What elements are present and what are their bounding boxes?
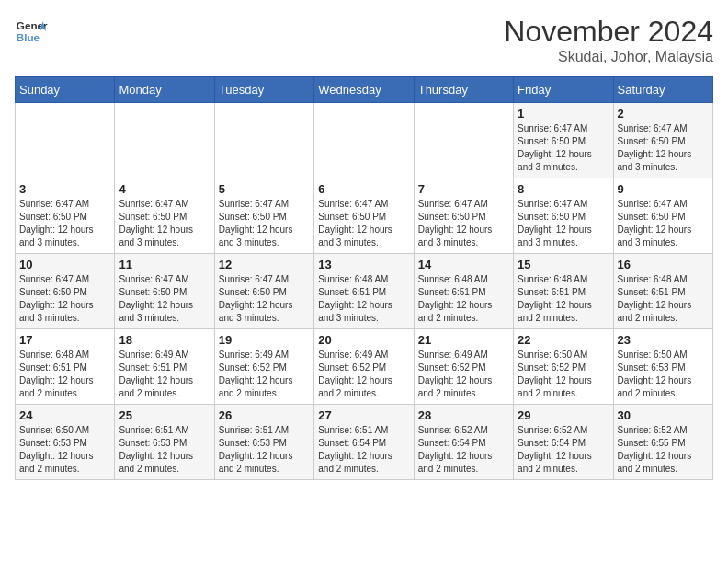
day-number: 5	[219, 182, 310, 196]
calendar-cell: 8Sunrise: 6:47 AM Sunset: 6:50 PM Daylig…	[514, 178, 613, 254]
day-number: 9	[618, 182, 709, 196]
day-number: 17	[19, 333, 110, 347]
calendar-cell: 11Sunrise: 6:47 AM Sunset: 6:50 PM Dayli…	[115, 254, 214, 329]
calendar-cell: 3Sunrise: 6:47 AM Sunset: 6:50 PM Daylig…	[16, 178, 115, 254]
calendar-week-row: 3Sunrise: 6:47 AM Sunset: 6:50 PM Daylig…	[16, 178, 713, 254]
day-info: Sunrise: 6:51 AM Sunset: 6:54 PM Dayligh…	[318, 424, 409, 476]
day-info: Sunrise: 6:47 AM Sunset: 6:50 PM Dayligh…	[518, 198, 609, 249]
day-number: 16	[618, 258, 709, 271]
day-info: Sunrise: 6:51 AM Sunset: 6:53 PM Dayligh…	[119, 424, 210, 476]
calendar-table: SundayMondayTuesdayWednesdayThursdayFrid…	[15, 76, 713, 480]
calendar-week-row: 1Sunrise: 6:47 AM Sunset: 6:50 PM Daylig…	[16, 103, 713, 178]
calendar-cell: 7Sunrise: 6:47 AM Sunset: 6:50 PM Daylig…	[414, 178, 513, 254]
calendar-cell: 18Sunrise: 6:49 AM Sunset: 6:51 PM Dayli…	[115, 329, 214, 405]
day-info: Sunrise: 6:50 AM Sunset: 6:53 PM Dayligh…	[19, 424, 110, 476]
calendar-cell: 30Sunrise: 6:52 AM Sunset: 6:55 PM Dayli…	[613, 405, 712, 480]
day-number: 24	[19, 408, 110, 422]
calendar-cell: 22Sunrise: 6:50 AM Sunset: 6:52 PM Dayli…	[514, 329, 613, 405]
calendar-week-row: 24Sunrise: 6:50 AM Sunset: 6:53 PM Dayli…	[16, 405, 713, 480]
calendar-cell: 19Sunrise: 6:49 AM Sunset: 6:52 PM Dayli…	[214, 329, 313, 405]
calendar-cell: 15Sunrise: 6:48 AM Sunset: 6:51 PM Dayli…	[514, 254, 613, 329]
calendar-cell: 9Sunrise: 6:47 AM Sunset: 6:50 PM Daylig…	[613, 178, 712, 254]
day-info: Sunrise: 6:48 AM Sunset: 6:51 PM Dayligh…	[418, 273, 509, 325]
day-info: Sunrise: 6:52 AM Sunset: 6:55 PM Dayligh…	[618, 424, 709, 476]
calendar-cell: 24Sunrise: 6:50 AM Sunset: 6:53 PM Dayli…	[16, 405, 115, 480]
day-info: Sunrise: 6:49 AM Sunset: 6:52 PM Dayligh…	[418, 349, 509, 400]
day-number: 13	[318, 258, 409, 271]
logo: General Blue	[15, 15, 48, 48]
day-number: 27	[318, 408, 409, 422]
day-number: 22	[518, 333, 609, 347]
day-number: 14	[418, 258, 509, 271]
calendar-cell: 1Sunrise: 6:47 AM Sunset: 6:50 PM Daylig…	[514, 103, 613, 178]
calendar-cell: 26Sunrise: 6:51 AM Sunset: 6:53 PM Dayli…	[214, 405, 313, 480]
calendar-cell: 5Sunrise: 6:47 AM Sunset: 6:50 PM Daylig…	[214, 178, 313, 254]
day-of-week-header: Tuesday	[214, 77, 313, 103]
calendar-cell: 25Sunrise: 6:51 AM Sunset: 6:53 PM Dayli…	[115, 405, 214, 480]
day-number: 11	[119, 258, 210, 271]
svg-text:Blue: Blue	[17, 31, 40, 43]
day-info: Sunrise: 6:49 AM Sunset: 6:52 PM Dayligh…	[219, 349, 310, 400]
day-info: Sunrise: 6:47 AM Sunset: 6:50 PM Dayligh…	[219, 198, 310, 249]
day-number: 8	[518, 182, 609, 196]
day-number: 20	[318, 333, 409, 347]
day-info: Sunrise: 6:51 AM Sunset: 6:53 PM Dayligh…	[219, 424, 310, 476]
calendar-cell: 21Sunrise: 6:49 AM Sunset: 6:52 PM Dayli…	[414, 329, 513, 405]
month-title: November 2024	[504, 15, 713, 49]
day-info: Sunrise: 6:52 AM Sunset: 6:54 PM Dayligh…	[418, 424, 509, 476]
day-of-week-header: Wednesday	[314, 77, 414, 103]
day-of-week-header: Thursday	[414, 77, 513, 103]
day-number: 4	[119, 182, 210, 196]
day-number: 21	[418, 333, 509, 347]
calendar-cell: 6Sunrise: 6:47 AM Sunset: 6:50 PM Daylig…	[314, 178, 414, 254]
day-info: Sunrise: 6:48 AM Sunset: 6:51 PM Dayligh…	[19, 349, 110, 400]
day-info: Sunrise: 6:47 AM Sunset: 6:50 PM Dayligh…	[19, 198, 110, 249]
day-number: 30	[618, 408, 709, 422]
calendar-cell	[314, 103, 414, 178]
day-info: Sunrise: 6:47 AM Sunset: 6:50 PM Dayligh…	[119, 273, 210, 325]
day-number: 1	[518, 107, 609, 121]
calendar-cell: 14Sunrise: 6:48 AM Sunset: 6:51 PM Dayli…	[414, 254, 513, 329]
calendar-body: 1Sunrise: 6:47 AM Sunset: 6:50 PM Daylig…	[16, 103, 713, 480]
day-of-week-header: Monday	[115, 77, 214, 103]
day-info: Sunrise: 6:49 AM Sunset: 6:51 PM Dayligh…	[119, 349, 210, 400]
calendar-cell: 10Sunrise: 6:47 AM Sunset: 6:50 PM Dayli…	[16, 254, 115, 329]
calendar-cell	[214, 103, 313, 178]
day-info: Sunrise: 6:52 AM Sunset: 6:54 PM Dayligh…	[518, 424, 609, 476]
day-info: Sunrise: 6:49 AM Sunset: 6:52 PM Dayligh…	[318, 349, 409, 400]
day-info: Sunrise: 6:48 AM Sunset: 6:51 PM Dayligh…	[318, 273, 409, 325]
day-info: Sunrise: 6:47 AM Sunset: 6:50 PM Dayligh…	[418, 198, 509, 249]
day-number: 28	[418, 408, 509, 422]
calendar-cell: 16Sunrise: 6:48 AM Sunset: 6:51 PM Dayli…	[613, 254, 712, 329]
day-number: 6	[318, 182, 409, 196]
calendar-cell	[414, 103, 513, 178]
day-number: 3	[19, 182, 110, 196]
calendar-cell: 13Sunrise: 6:48 AM Sunset: 6:51 PM Dayli…	[314, 254, 414, 329]
day-info: Sunrise: 6:47 AM Sunset: 6:50 PM Dayligh…	[618, 198, 709, 249]
calendar-cell: 17Sunrise: 6:48 AM Sunset: 6:51 PM Dayli…	[16, 329, 115, 405]
calendar-week-row: 10Sunrise: 6:47 AM Sunset: 6:50 PM Dayli…	[16, 254, 713, 329]
day-number: 12	[219, 258, 310, 271]
location: Skudai, Johor, Malaysia	[504, 49, 713, 65]
day-info: Sunrise: 6:50 AM Sunset: 6:53 PM Dayligh…	[618, 349, 709, 400]
calendar-cell: 4Sunrise: 6:47 AM Sunset: 6:50 PM Daylig…	[115, 178, 214, 254]
day-number: 18	[119, 333, 210, 347]
calendar-week-row: 17Sunrise: 6:48 AM Sunset: 6:51 PM Dayli…	[16, 329, 713, 405]
calendar-cell: 2Sunrise: 6:47 AM Sunset: 6:50 PM Daylig…	[613, 103, 712, 178]
calendar-cell: 29Sunrise: 6:52 AM Sunset: 6:54 PM Dayli…	[514, 405, 613, 480]
day-info: Sunrise: 6:47 AM Sunset: 6:50 PM Dayligh…	[119, 198, 210, 249]
day-info: Sunrise: 6:48 AM Sunset: 6:51 PM Dayligh…	[618, 273, 709, 325]
title-block: November 2024 Skudai, Johor, Malaysia	[504, 15, 713, 65]
day-number: 10	[19, 258, 110, 271]
day-number: 19	[219, 333, 310, 347]
calendar-cell: 28Sunrise: 6:52 AM Sunset: 6:54 PM Dayli…	[414, 405, 513, 480]
calendar-cell	[115, 103, 214, 178]
day-info: Sunrise: 6:48 AM Sunset: 6:51 PM Dayligh…	[518, 273, 609, 325]
calendar-cell: 23Sunrise: 6:50 AM Sunset: 6:53 PM Dayli…	[613, 329, 712, 405]
calendar-cell: 12Sunrise: 6:47 AM Sunset: 6:50 PM Dayli…	[214, 254, 313, 329]
calendar-header: SundayMondayTuesdayWednesdayThursdayFrid…	[16, 77, 713, 103]
day-of-week-header: Sunday	[16, 77, 115, 103]
calendar-cell	[16, 103, 115, 178]
page-header: General Blue November 2024 Skudai, Johor…	[15, 15, 713, 65]
logo-icon: General Blue	[15, 15, 48, 48]
